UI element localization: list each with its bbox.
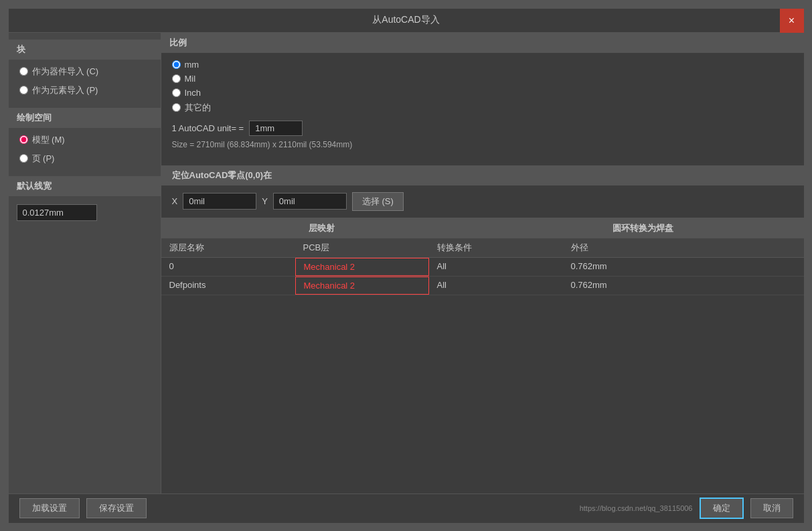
import-as-component-radio[interactable] xyxy=(19,67,28,76)
right-panel: 比例 mm Mil Inch xyxy=(161,33,804,494)
cell-convert-1: All xyxy=(429,277,563,295)
cell-source-0: 0 xyxy=(161,258,295,276)
other-radio[interactable] xyxy=(172,103,181,112)
import-as-element-radio[interactable] xyxy=(19,86,28,94)
footer-right: https://blog.csdn.net/qq_38115006 确定 取消 xyxy=(580,498,793,519)
mil-label: Mil xyxy=(185,74,196,84)
model-label: 模型 (M) xyxy=(32,134,65,146)
block-header: 块 xyxy=(9,40,161,60)
page-option[interactable]: 页 (P) xyxy=(9,149,161,168)
col-source-header: 源层名称 xyxy=(161,238,295,257)
cell-pcb-0: Mechanical 2 xyxy=(295,258,429,276)
table-header-row: 源层名称 PCB层 转换条件 外径 xyxy=(161,238,804,258)
unit-line: 1 AutoCAD unit= = xyxy=(172,121,793,136)
layer-map-header: 层映射 xyxy=(161,218,483,238)
default-width-header: 默认线宽 xyxy=(9,176,161,196)
x-label: X xyxy=(172,196,178,206)
dialog-body: 块 作为器件导入 (C) 作为元素导入 (P) 绘制空间 模型 (M) 页 (P… xyxy=(9,33,804,494)
col-convert-header: 转换条件 xyxy=(429,238,563,257)
y-label: Y xyxy=(262,196,268,206)
model-option[interactable]: 模型 (M) xyxy=(9,131,161,149)
mil-option[interactable]: Mil xyxy=(172,74,793,84)
x-input[interactable] xyxy=(183,193,256,210)
unit-line-label: 1 AutoCAD unit= = xyxy=(172,123,244,133)
other-label: 其它的 xyxy=(185,102,211,114)
cell-outer-0: 0.762mm xyxy=(563,258,804,276)
mm-radio[interactable] xyxy=(172,60,181,69)
save-settings-button[interactable]: 保存设置 xyxy=(86,498,147,518)
inch-label: Inch xyxy=(185,88,201,98)
title-bar: 从AutoCAD导入 × xyxy=(9,9,804,33)
import-as-component-label: 作为器件导入 (C) xyxy=(32,66,99,78)
inch-option[interactable]: Inch xyxy=(172,88,793,98)
import-as-element-label: 作为元素导入 (P) xyxy=(32,84,98,96)
page-radio[interactable] xyxy=(19,154,28,163)
locate-inputs: X Y 选择 (S) xyxy=(161,185,804,218)
other-option[interactable]: 其它的 xyxy=(172,102,793,114)
ring-convert-header: 圆环转换为焊盘 xyxy=(483,218,804,238)
url-text: https://blog.csdn.net/qq_38115006 xyxy=(580,504,693,512)
table-rows-container: 0 Mechanical 2 All 0.762mm Defpoints Mec… xyxy=(161,258,804,295)
import-as-component-option[interactable]: 作为器件导入 (C) xyxy=(9,62,161,81)
load-settings-button[interactable]: 加载设置 xyxy=(19,498,80,518)
layer-map-section: 层映射 圆环转换为焊盘 源层名称 PCB层 转换条件 外径 0 Mechanic… xyxy=(161,218,804,295)
ring-convert-col: 圆环转换为焊盘 xyxy=(483,218,804,238)
layer-map-col: 层映射 xyxy=(161,218,483,238)
scale-header: 比例 xyxy=(161,33,804,53)
table-split: 层映射 圆环转换为焊盘 xyxy=(161,218,804,238)
scale-section: mm Mil Inch 其它的 1 Au xyxy=(161,53,804,165)
footer-left: 加载设置 保存设置 xyxy=(19,498,147,518)
default-width-section xyxy=(9,199,161,226)
model-radio[interactable] xyxy=(19,135,28,144)
cell-source-1: Defpoints xyxy=(161,277,295,295)
cell-outer-1: 0.762mm xyxy=(563,277,804,295)
mm-label: mm xyxy=(185,60,199,70)
mil-radio[interactable] xyxy=(172,74,181,83)
main-dialog: 从AutoCAD导入 × 块 作为器件导入 (C) 作为元素导入 (P) 绘制空… xyxy=(8,8,805,524)
locate-header: 定位AutoCAD零点(0,0)在 xyxy=(161,165,804,185)
table-row[interactable]: Defpoints Mechanical 2 All 0.762mm xyxy=(161,277,804,295)
left-panel: 块 作为器件导入 (C) 作为元素导入 (P) 绘制空间 模型 (M) 页 (P… xyxy=(9,33,161,494)
table-row[interactable]: 0 Mechanical 2 All 0.762mm xyxy=(161,258,804,277)
dialog-footer: 加载设置 保存设置 https://blog.csdn.net/qq_38115… xyxy=(9,494,804,523)
inch-radio[interactable] xyxy=(172,88,181,97)
cell-convert-0: All xyxy=(429,258,563,276)
cell-pcb-1: Mechanical 2 xyxy=(295,277,429,295)
default-width-input[interactable] xyxy=(17,204,97,221)
import-as-element-option[interactable]: 作为元素导入 (P) xyxy=(9,81,161,100)
draw-space-header: 绘制空间 xyxy=(9,108,161,128)
scale-radio-group: mm Mil Inch 其它的 xyxy=(172,60,793,114)
page-label: 页 (P) xyxy=(32,153,55,165)
unit-value-input[interactable] xyxy=(249,121,303,136)
dialog-title: 从AutoCAD导入 xyxy=(372,14,439,26)
close-button[interactable]: × xyxy=(780,9,804,33)
col-outer-header: 外径 xyxy=(563,238,804,257)
confirm-button[interactable]: 确定 xyxy=(700,498,744,519)
mm-option[interactable]: mm xyxy=(172,60,793,70)
size-text: Size = 2710mil (68.834mm) x 2110mil (53.… xyxy=(172,140,793,149)
y-input[interactable] xyxy=(273,193,347,210)
cancel-button[interactable]: 取消 xyxy=(750,498,793,518)
col-pcb-header: PCB层 xyxy=(295,238,429,257)
select-button[interactable]: 选择 (S) xyxy=(352,192,404,211)
